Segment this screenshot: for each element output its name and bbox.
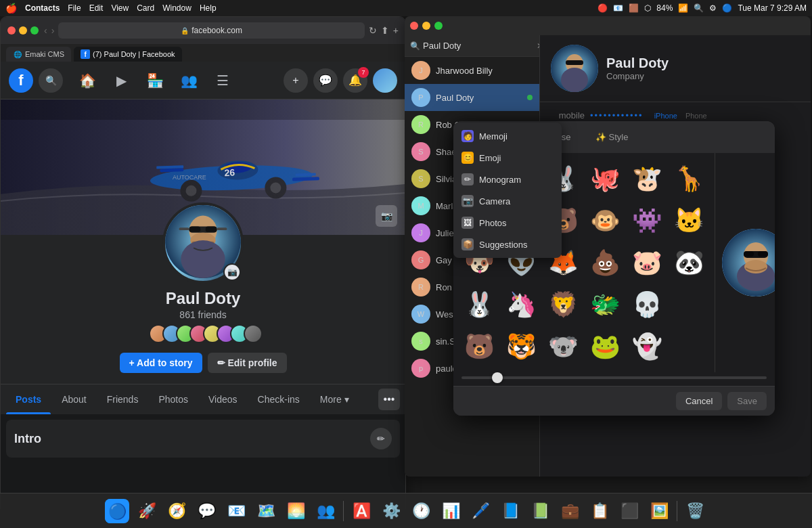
- tab-checkins[interactable]: Check-ins: [248, 384, 309, 414]
- memoji-cell-27[interactable]: 🐸: [585, 326, 625, 367]
- memoji-cell-22[interactable]: 💀: [627, 284, 667, 325]
- edit-profile-button[interactable]: ✏ Edit profile: [208, 353, 287, 373]
- memoji-slider[interactable]: [453, 372, 775, 386]
- cover-camera-icon[interactable]: 📷: [376, 205, 397, 227]
- contact-item-1[interactable]: PPaul Doty: [405, 84, 539, 111]
- dock-preview[interactable]: 🖼️: [646, 498, 673, 525]
- menu-view[interactable]: View: [111, 3, 129, 13]
- contacts-search-input[interactable]: [423, 41, 537, 51]
- memoji-tab-style[interactable]: ✨ Style: [586, 128, 638, 146]
- menu-item-camera[interactable]: 📷 Camera: [453, 190, 562, 212]
- new-tab-icon[interactable]: +: [393, 25, 399, 36]
- dock-photos[interactable]: 🌅: [282, 498, 309, 525]
- menu-card[interactable]: Card: [137, 3, 154, 13]
- dock-word[interactable]: 📘: [497, 498, 524, 525]
- app-name[interactable]: Contacts: [25, 3, 60, 13]
- control-center-icon[interactable]: ⚙: [709, 3, 717, 13]
- dock-todoist[interactable]: 📋: [586, 498, 613, 525]
- store-nav-icon[interactable]: 🏪: [139, 64, 171, 97]
- tab-photos[interactable]: Photos: [149, 384, 198, 414]
- menu-item-photos[interactable]: 🖼 Photos: [453, 212, 562, 234]
- siri-icon[interactable]: 🔵: [722, 3, 732, 13]
- menu-item-emoji[interactable]: 😊 Emoji: [453, 147, 562, 169]
- dock-mail[interactable]: 📧: [223, 498, 250, 525]
- forward-button[interactable]: ›: [51, 25, 55, 36]
- menu-file[interactable]: File: [68, 3, 81, 13]
- apple-menu[interactable]: 🍎: [5, 3, 17, 14]
- dock-clock[interactable]: 🕐: [407, 498, 434, 525]
- memoji-cell-25[interactable]: 🐯: [501, 326, 541, 367]
- contacts-close[interactable]: [410, 22, 418, 30]
- tab-videos[interactable]: Videos: [199, 384, 247, 414]
- tab-friends[interactable]: Friends: [97, 384, 148, 414]
- minimize-button[interactable]: [19, 26, 27, 35]
- memoji-cell-16[interactable]: 🐷: [627, 242, 667, 283]
- tab-emaki[interactable]: 🌐 Emaki CMS: [6, 47, 71, 62]
- dock-maps[interactable]: 🗺️: [252, 498, 279, 525]
- menu-item-monogram[interactable]: ✏ Monogram: [453, 169, 562, 190]
- memoji-cell-24[interactable]: 🐻: [459, 326, 499, 367]
- contacts-max[interactable]: [434, 22, 443, 30]
- memoji-cell-17[interactable]: 🐼: [669, 242, 709, 283]
- menu-window[interactable]: Window: [162, 3, 191, 13]
- menu-help[interactable]: Help: [200, 3, 217, 13]
- memoji-cell-29[interactable]: [669, 326, 709, 367]
- dock-launchpad[interactable]: 🚀: [133, 498, 160, 525]
- memoji-cell-28[interactable]: 👻: [627, 326, 667, 367]
- tab-more[interactable]: More ▾: [311, 384, 359, 414]
- more-options-button[interactable]: •••: [378, 389, 400, 410]
- dock-illustrator[interactable]: 🖊️: [467, 498, 494, 525]
- dock-system-prefs[interactable]: ⚙️: [378, 498, 405, 525]
- address-bar[interactable]: 🔒 facebook.com: [58, 22, 364, 39]
- memoji-cell-18[interactable]: 🐰: [459, 284, 499, 325]
- groups-nav-icon[interactable]: 👥: [173, 64, 205, 97]
- menu-item-memoji[interactable]: 🧑 Memoji: [453, 125, 562, 147]
- friend-avatar-8[interactable]: [244, 324, 263, 343]
- memoji-cell-5[interactable]: 🦒: [669, 158, 709, 199]
- memoji-cell-4[interactable]: 🐮: [627, 158, 667, 199]
- avatar-camera-icon[interactable]: 📷: [223, 263, 241, 281]
- memoji-cell-15[interactable]: 💩: [585, 242, 625, 283]
- fb-search-button[interactable]: 🔍: [39, 68, 63, 93]
- memoji-cell-19[interactable]: 🦄: [501, 284, 541, 325]
- slider-thumb[interactable]: [492, 372, 503, 383]
- cancel-button[interactable]: Cancel: [676, 392, 722, 410]
- memoji-cell-11[interactable]: 🐱: [669, 200, 709, 241]
- add-to-story-button[interactable]: + Add to story: [120, 353, 202, 373]
- dock-slack[interactable]: 💼: [556, 498, 583, 525]
- home-nav-icon[interactable]: 🏠: [71, 64, 104, 97]
- memoji-cell-3[interactable]: 🐙: [585, 158, 625, 199]
- memoji-cell-21[interactable]: 🐲: [585, 284, 625, 325]
- dock-messages[interactable]: 💬: [193, 498, 220, 525]
- dock-contacts[interactable]: 👥: [312, 498, 339, 525]
- dock-trash[interactable]: 🗑️: [681, 498, 708, 525]
- memoji-cell-10[interactable]: 👾: [627, 200, 667, 241]
- menu-item-suggestions[interactable]: 📦 Suggestions: [453, 234, 562, 255]
- slider-track[interactable]: [461, 376, 767, 379]
- save-button[interactable]: Save: [727, 392, 767, 410]
- menu-edit[interactable]: Edit: [89, 3, 104, 13]
- menu-nav-icon[interactable]: ☰: [206, 64, 239, 97]
- memoji-cell-9[interactable]: 🐵: [585, 200, 625, 241]
- messenger-button[interactable]: 💬: [313, 68, 338, 93]
- dock-terminal[interactable]: ⬛: [616, 498, 643, 525]
- intro-edit-button[interactable]: ✏: [370, 428, 392, 449]
- back-button[interactable]: ‹: [44, 25, 47, 36]
- dock-app-store[interactable]: 🅰️: [348, 498, 375, 525]
- reload-icon[interactable]: ↻: [369, 25, 377, 36]
- tab-posts[interactable]: Posts: [6, 384, 51, 414]
- contact-item-0[interactable]: JJharwood Billy: [405, 57, 539, 84]
- user-avatar-nav[interactable]: [373, 68, 397, 93]
- maximize-button[interactable]: [30, 26, 39, 35]
- memoji-cell-23[interactable]: [669, 284, 709, 325]
- memoji-cell-26[interactable]: 🐨: [543, 326, 583, 367]
- memoji-cell-20[interactable]: 🦁: [543, 284, 583, 325]
- notifications-button[interactable]: 🔔 7: [343, 68, 367, 93]
- dock-finder[interactable]: 🔵: [104, 498, 131, 525]
- search-menu-icon[interactable]: 🔍: [694, 3, 704, 13]
- tab-facebook[interactable]: f (7) Paul Doty | Facebook: [74, 47, 181, 62]
- tab-about[interactable]: About: [52, 384, 96, 414]
- contacts-min[interactable]: [422, 22, 430, 30]
- dock-safari[interactable]: 🧭: [163, 498, 190, 525]
- dock-excel[interactable]: 📗: [526, 498, 554, 525]
